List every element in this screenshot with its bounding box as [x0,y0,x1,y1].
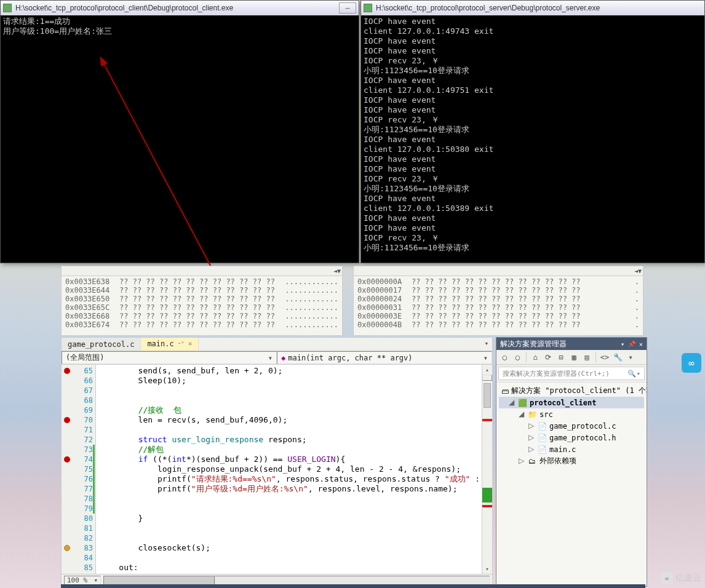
client-console-titlebar[interactable]: H:\socket\c_tcp_protocol\protocol_client… [1,1,359,15]
line-number[interactable]: 79 [62,504,93,514]
line-number[interactable]: 82 [62,533,93,543]
expander-icon[interactable]: ▷ [517,456,525,466]
scroll-thumb[interactable] [104,576,215,585]
wrench-button[interactable]: 🔧 [612,352,623,363]
code-line[interactable]: if ((*(int*)(send_buf + 2)) == USER_LOGI… [100,455,482,464]
line-number[interactable]: 85 [62,563,93,573]
scroll-up-button[interactable]: ▴ [482,365,492,375]
close-icon[interactable]: ✕ [188,340,193,348]
vertical-scrollbar[interactable]: ▴ ▾ [482,365,492,574]
expander-icon[interactable]: ◢ [517,410,525,419]
line-number[interactable]: 68 [62,395,93,405]
breakpoint-icon[interactable] [64,368,70,374]
forward-button[interactable]: ◯ [512,352,523,363]
scroll-control[interactable]: ◄▼ [333,268,342,274]
project-node[interactable]: ◢ 🟩 protocol_client [499,397,644,408]
line-number[interactable]: 74 [62,455,93,464]
file-node[interactable]: ▷ 📄 game_protocol.c [499,420,644,432]
code-line[interactable]: closesocket(s); [100,543,482,553]
server-console-titlebar[interactable]: H:\socket\c_tcp_protocol\protocol_server… [361,1,704,15]
expander-icon[interactable]: ◢ [508,398,515,407]
line-number-gutter[interactable]: 6566676869707172737475767778798081828384… [62,365,96,574]
expander-icon[interactable]: ▷ [527,433,535,442]
expander-icon[interactable]: ▷ [527,421,535,431]
scroll-down-button[interactable]: ▾ [482,564,492,574]
memory-rows-left: 0x0033E638?? ?? ?? ?? ?? ?? ?? ?? ?? ?? … [62,276,342,330]
file-node[interactable]: ▷ 📄 main.c [499,443,644,455]
external-deps-node[interactable]: ▷ 🗂 外部依赖项 [499,455,644,467]
scroll-thumb[interactable] [484,383,491,408]
code-line[interactable]: struct user_login_response respons; [100,435,482,445]
solution-tree[interactable]: 🗃 解决方案 "protocol_client" (1 个项目) ◢ 🟩 pro… [496,382,647,586]
code-line[interactable]: //解包 [100,445,482,455]
home-button[interactable]: ⌂ [530,352,541,363]
expander-icon[interactable]: ▷ [527,445,535,454]
line-number[interactable]: 78 [62,494,93,504]
code-line[interactable]: len = recv(s, send_buf,4096,0); [100,415,482,425]
separator [526,352,527,362]
breakpoint-warning-icon[interactable] [64,545,70,551]
code-line[interactable]: //接收 包 [100,405,482,415]
refresh-button[interactable]: ⟳ [543,352,554,363]
code-line[interactable]: login_response_unpack(send_buf + 2 + 4, … [100,464,482,474]
tab-game-protocol[interactable]: game_protocol.c [62,338,141,351]
folder-src-node[interactable]: ◢ 📁 src [499,408,644,420]
function-dropdown[interactable]: ◆ main(int argc, char ** argv) ▾ [277,351,492,364]
breakpoint-icon[interactable] [64,456,70,463]
solution-search-input[interactable]: 搜索解决方案资源管理器(Ctrl+;) 🔍▾ [498,367,645,380]
line-number[interactable]: 80 [62,514,93,523]
code-view-button[interactable]: <> [599,352,610,363]
more-button[interactable]: ▾ [625,352,636,363]
line-number[interactable]: 71 [62,425,93,435]
line-number[interactable]: 84 [62,553,93,563]
code-line[interactable]: send(s, send_buf, len + 2, 0); [100,366,482,376]
code-line[interactable] [100,523,482,533]
line-number[interactable]: 77 [62,484,93,494]
code-line[interactable] [100,533,482,543]
file-node[interactable]: ▷ 📄 game_protocol.h [499,432,644,443]
dropdown-icon[interactable]: ▾ [621,341,624,348]
line-number[interactable]: 81 [62,523,93,533]
line-number[interactable]: 75 [62,464,93,474]
code-line[interactable] [100,494,482,504]
code-line[interactable]: } [100,514,482,523]
line-number[interactable]: 66 [62,376,93,386]
solution-root-node[interactable]: 🗃 解决方案 "protocol_client" (1 个项目) [499,385,644,397]
code-line[interactable]: printf("请求结果:%d==%s\n", respons.status, … [100,474,482,484]
code-line[interactable] [100,386,482,395]
code-line[interactable] [100,504,482,514]
file-icon: 📄 [537,445,547,454]
code-area[interactable]: send(s, send_buf, len + 2, 0); Sleep(10)… [96,365,482,574]
properties-button[interactable]: ▤ [581,352,592,363]
line-number[interactable]: 67 [62,386,93,395]
code-line[interactable] [100,425,482,435]
line-number[interactable]: 83 [62,543,93,553]
zoom-dropdown[interactable]: 100 % ▾ [64,576,101,585]
breakpoint-icon[interactable] [64,417,70,423]
code-line[interactable]: Sleep(10); [100,376,482,386]
watermark-logo-icon: ∞ [661,572,673,584]
pin-icon[interactable]: 📌 [628,341,635,348]
show-all-button[interactable]: ▦ [568,352,580,363]
code-line[interactable] [100,395,482,405]
scope-dropdown[interactable]: (全局范围) ▾ [62,351,277,364]
code-line[interactable]: out: [100,563,482,573]
code-line[interactable]: printf("用户等级:%d=用户姓名:%s\n", respons.leve… [100,484,482,494]
line-number[interactable]: 72 [62,435,93,445]
tab-main[interactable]: main.c ⁃ᵒ ✕ [141,338,199,351]
close-icon[interactable]: ✕ [639,341,643,348]
pin-icon[interactable]: ⁃ᵒ [178,340,185,347]
line-number[interactable]: 73 [62,445,93,455]
line-number[interactable]: 70 [62,415,93,425]
tab-overflow-button[interactable]: ▾ [480,338,492,351]
back-button[interactable]: ◯ [499,352,510,363]
scroll-control[interactable]: ◄▼ [634,268,643,274]
line-number[interactable]: 65 [62,366,93,376]
line-number[interactable]: 76 [62,474,93,484]
line-number[interactable]: 69 [62,405,93,415]
code-line[interactable] [100,553,482,563]
solution-explorer-titlebar[interactable]: 解决方案资源管理器 ▾ 📌 ✕ [496,338,647,350]
minimize-button[interactable]: ─ [339,2,356,14]
split-handle[interactable] [482,375,492,381]
collapse-button[interactable]: ⊟ [556,352,567,363]
